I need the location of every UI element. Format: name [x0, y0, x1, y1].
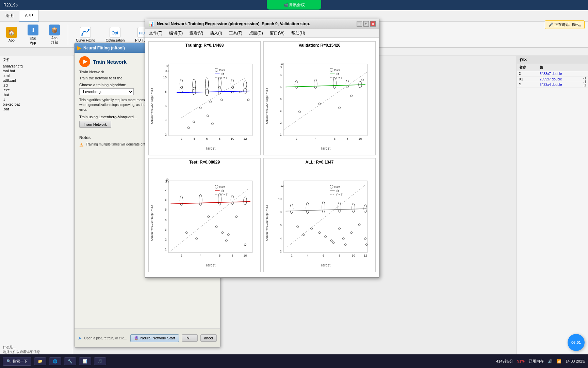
svg-text:12: 12	[280, 184, 284, 187]
svg-text:8: 8	[339, 254, 340, 257]
taskbar-app2[interactable]: 📊	[79, 357, 91, 365]
fan-speed: 4149转/分	[496, 359, 513, 364]
svg-text:Y = T: Y = T	[221, 193, 228, 196]
menu-tools[interactable]: 工具(T)	[228, 30, 244, 37]
table-row[interactable]: X 5433x7 double	[517, 71, 588, 77]
nftool-icon: ▶	[77, 45, 81, 51]
question-text[interactable]: 什么是...	[3, 345, 40, 350]
nn-menubar: 文件(F) 编辑(E) 查看(V) 插入(I) 工具(T) 桌面(D) 窗口(W…	[145, 29, 379, 38]
speaker-icon: 🔊	[548, 359, 553, 364]
table-row[interactable]: Y 5433x4 double	[517, 82, 588, 88]
svg-text:Target: Target	[206, 263, 215, 267]
col-value: 值	[538, 64, 588, 71]
menu-help[interactable]: 帮助(H)	[290, 30, 307, 37]
svg-text:1: 1	[165, 248, 166, 251]
svg-text:2: 2	[180, 254, 182, 257]
next-button[interactable]: N...	[182, 334, 198, 342]
var-value-x1: 2599x7 double	[538, 77, 588, 82]
list-item[interactable]: analyzer.cfg	[0, 64, 73, 68]
algorithm-select[interactable]: Levenberg-	[79, 88, 134, 95]
tencent-meeting-bar[interactable]: 📹 腾讯会议	[267, 0, 321, 10]
svg-text:2: 2	[165, 133, 166, 136]
menu-file[interactable]: 文件(F)	[148, 30, 164, 37]
taskbar-explorer[interactable]: 📁	[34, 357, 46, 365]
test-plot-title: Test: R=0.08029	[149, 158, 260, 166]
menu-insert[interactable]: 插入(I)	[209, 30, 223, 37]
package-icon: 📦	[49, 25, 60, 35]
maximize-button[interactable]: □	[363, 21, 369, 27]
toolbar-optimization-icon[interactable]: Opt Optimization	[103, 26, 128, 44]
taskbar-browser[interactable]: 🌐	[49, 357, 61, 365]
svg-text:8: 8	[346, 137, 348, 140]
close-button[interactable]: ✕	[370, 21, 376, 27]
svg-text:Y = T: Y = T	[221, 76, 228, 79]
list-item[interactable]: tool.bat	[0, 68, 73, 73]
minimize-button[interactable]: −	[357, 21, 362, 27]
svg-text:Data: Data	[219, 186, 225, 189]
svg-text:4: 4	[165, 218, 166, 221]
menu-desktop[interactable]: 桌面(D)	[248, 30, 264, 37]
training-plot: Training: R=0.14488 Output ~= 0.022*Targ…	[148, 41, 261, 155]
svg-text:4: 4	[193, 137, 195, 140]
network-icon: 📶	[557, 359, 561, 364]
svg-text:Fit: Fit	[221, 189, 224, 193]
svg-text:Output ~= 0.014*Target + 8.4: Output ~= 0.014*Target + 8.4	[150, 204, 153, 241]
svg-text:2: 2	[165, 238, 166, 241]
list-item[interactable]: .exe	[0, 88, 73, 92]
matlab-plot-icon: 📊	[148, 21, 154, 27]
nn-plots-area: Training: R=0.14488 Output ~= 0.022*Targ…	[145, 38, 379, 276]
taskbar-app1[interactable]: 🔧	[64, 357, 76, 365]
cpu-usage: 91%	[517, 359, 525, 363]
taskbar-search[interactable]: 🔍 搜索一下	[3, 357, 31, 366]
train-button[interactable]: Train Network	[79, 121, 111, 128]
list-item[interactable]: .xml	[0, 73, 73, 78]
sidebar-status: 什么是... 选择文件以查看详细信息	[3, 345, 40, 354]
svg-text:10: 10	[163, 76, 166, 79]
svg-text:Fit: Fit	[336, 189, 339, 193]
menu-view[interactable]: 查看(V)	[188, 30, 205, 37]
list-item[interactable]: utf8.xml	[0, 78, 73, 83]
curve-fitting-icon	[80, 27, 91, 38]
toolbar-app-icon[interactable]: 🏠 App	[3, 26, 20, 44]
sidebar-collapse-arrow[interactable]: ◀	[73, 197, 73, 217]
toolbar-package-icon[interactable]: 📦 App打包	[46, 23, 63, 46]
list-item[interactable]: biexec.bat	[0, 102, 73, 107]
list-item[interactable]: .bat	[0, 107, 73, 111]
cancel-button[interactable]: ancel	[200, 334, 217, 342]
menu-edit[interactable]: 编辑(E)	[168, 30, 184, 37]
svg-text:8: 8	[231, 254, 233, 257]
list-item[interactable]: .t	[0, 97, 73, 102]
left-sidebar: 文件 analyzer.cfg tool.bat .xml utf8.xml .…	[0, 56, 73, 358]
svg-text:2: 2	[180, 137, 182, 140]
svg-text:Data: Data	[334, 69, 340, 72]
table-row[interactable]: X1 2599x7 double	[517, 77, 588, 82]
training-plot-svg: Output ~= 0.022*Target + 8.3 Target 2 4 …	[149, 49, 260, 155]
svg-text:5: 5	[165, 208, 166, 211]
blue-circle-button[interactable]: 06:01	[568, 334, 585, 351]
svg-text:9: 9	[280, 65, 282, 68]
svg-point-1	[88, 29, 89, 30]
nn-training-window: 📊 Neural Network Training Regression (pl…	[145, 19, 379, 278]
cancel-label: ancel	[204, 336, 213, 340]
svg-text:12: 12	[364, 254, 367, 257]
list-item[interactable]: .bat	[0, 92, 73, 97]
svg-text:10: 10	[278, 197, 281, 201]
svg-text:Y = T: Y = T	[336, 193, 343, 196]
nn-start-label: Neural Network Start	[140, 336, 175, 340]
toolbar-curve-fitting-icon[interactable]: Curve Fitting	[73, 26, 98, 44]
var-name-x: X	[517, 71, 538, 77]
nn-window-titlebar: 📊 Neural Network Training Regression (pl…	[145, 19, 379, 29]
svg-text:Output ~= 0.022*Target + 8.3: Output ~= 0.022*Target + 8.3	[150, 88, 153, 124]
list-item[interactable]: .sd	[0, 83, 73, 88]
tab-app[interactable]: APP	[19, 10, 39, 21]
nn-start-button[interactable]: 🔮 Neural Network Start	[130, 334, 179, 342]
footer-hint-text: Open a plot, retrain, or clic...	[84, 336, 127, 340]
all-plot-title: ALL: R=0.1347	[264, 158, 375, 166]
taskbar-music[interactable]: 🎵	[94, 357, 106, 365]
menu-window[interactable]: 窗口(W)	[268, 30, 286, 37]
svg-text:4: 4	[200, 254, 201, 257]
tab-plot[interactable]: 绘图	[0, 10, 19, 21]
svg-text:6: 6	[165, 104, 166, 108]
toolbar-install-icon[interactable]: ⬇ 安装App	[25, 23, 41, 46]
speaking-text: 正在讲话: 腾讯;;	[554, 22, 581, 27]
